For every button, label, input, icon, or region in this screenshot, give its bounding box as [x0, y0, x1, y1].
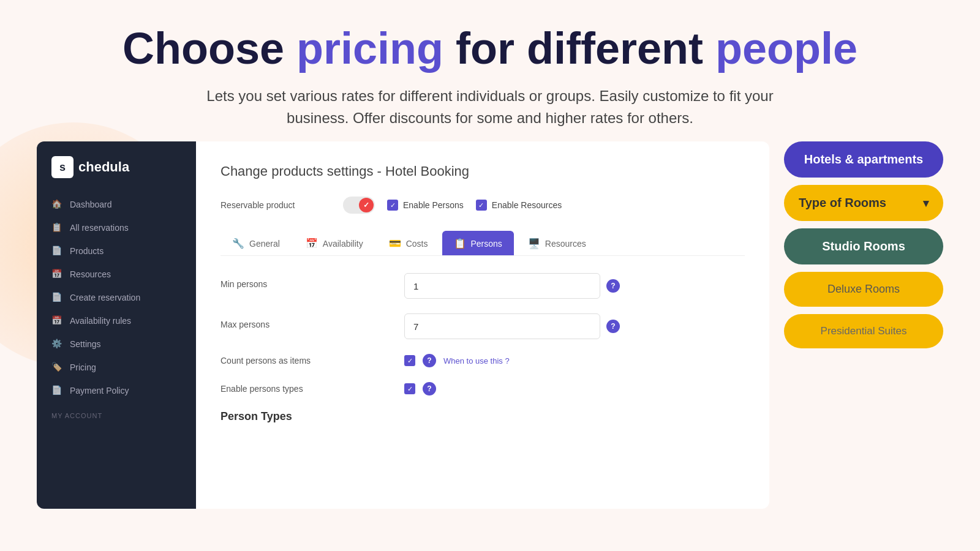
- sidebar-item-label: Dashboard: [70, 200, 112, 209]
- sidebar: s chedula 🏠 Dashboard 📋 All reservations…: [37, 141, 196, 509]
- hero-title-accent: pricing: [296, 24, 443, 73]
- min-persons-label: Min persons: [221, 273, 392, 289]
- sidebar-item-label: Availability rules: [70, 316, 131, 326]
- sidebar-item-label: Payment Policy: [70, 386, 129, 395]
- sidebar-item-create-reservation[interactable]: 📄 Create reservation: [37, 286, 196, 309]
- max-persons-label: Max persons: [221, 313, 392, 329]
- hero-title-accent2: people: [715, 24, 858, 73]
- enable-persons-types-row: Enable persons types ✓ ?: [221, 382, 745, 395]
- reservable-label: Reservable product: [221, 200, 331, 211]
- count-persons-row: Count persons as items ✓ ? When to use t…: [221, 354, 745, 367]
- sidebar-item-label: All reservations: [70, 223, 129, 233]
- min-persons-help-icon[interactable]: ?: [606, 279, 620, 293]
- enable-persons-types-label: Enable persons types: [221, 384, 392, 394]
- logo-text: chedula: [78, 159, 129, 175]
- tab-label: Availability: [323, 239, 363, 249]
- main-layout: s chedula 🏠 Dashboard 📋 All reservations…: [0, 141, 980, 533]
- presidential-suites-button[interactable]: Presidential Suites: [784, 314, 943, 348]
- reservable-product-row: Reservable product ✓ Enable Persons ✓ En…: [221, 197, 745, 214]
- tab-costs[interactable]: 💳 Costs: [377, 231, 440, 255]
- enable-persons-types-checkbox[interactable]: ✓: [404, 383, 415, 394]
- count-persons-label: Count persons as items: [221, 356, 392, 365]
- toggle-thumb: [359, 198, 374, 212]
- list-icon: 📋: [51, 222, 62, 233]
- person-types-title: Person Types: [221, 410, 745, 423]
- hero-section: Choose pricing for different people Lets…: [0, 0, 980, 141]
- tab-label: General: [249, 239, 280, 249]
- enable-persons-label: Enable Persons: [403, 200, 464, 210]
- min-persons-row: Min persons ?: [221, 273, 745, 299]
- tab-resources[interactable]: 🖥️ Resources: [516, 231, 598, 255]
- monitor-icon: 🖥️: [528, 238, 540, 249]
- reservable-toggle[interactable]: [343, 197, 375, 214]
- tab-label: Costs: [406, 239, 428, 249]
- tab-label: Persons: [471, 239, 502, 249]
- sidebar-item-availability-rules[interactable]: 📅 Availability rules: [37, 309, 196, 332]
- sidebar-item-pricing[interactable]: 🏷️ Pricing: [37, 356, 196, 379]
- content-area: Change products settings - Hotel Booking…: [196, 141, 769, 509]
- sidebar-nav: 🏠 Dashboard 📋 All reservations 📄 Product…: [37, 193, 196, 402]
- enable-persons-types-wrap: ✓ ?: [404, 382, 436, 395]
- hero-title: Choose pricing for different people: [37, 24, 943, 73]
- enable-persons-item[interactable]: ✓ Enable Persons: [387, 200, 464, 211]
- tabs: 🔧 General 📅 Availability 💳 Costs 📋 Perso…: [221, 231, 745, 256]
- hero-title-part1: Choose: [123, 24, 296, 73]
- creditcard-icon: 💳: [389, 238, 401, 249]
- tag-icon: 🏷️: [51, 362, 62, 373]
- right-panel: Hotels & apartments Type of Rooms ▾ Stud…: [784, 141, 943, 509]
- page-title: Change products settings - Hotel Booking: [221, 163, 745, 179]
- hero-subtitle: Lets you set various rates for different…: [184, 85, 796, 129]
- calendar-icon: 📅: [306, 238, 318, 249]
- count-persons-checkbox[interactable]: ✓: [404, 355, 415, 366]
- sidebar-item-dashboard[interactable]: 🏠 Dashboard: [37, 193, 196, 216]
- min-persons-input[interactable]: [404, 273, 600, 299]
- max-persons-help-icon[interactable]: ?: [606, 320, 620, 333]
- enable-persons-types-help-icon[interactable]: ?: [423, 382, 436, 395]
- checkbox-group: ✓ Enable Persons ✓ Enable Resources: [387, 200, 562, 211]
- home-icon: 🏠: [51, 199, 62, 210]
- document-icon: 📄: [51, 292, 62, 303]
- sidebar-logo: s chedula: [37, 156, 196, 193]
- studio-rooms-button[interactable]: Studio Rooms: [784, 228, 943, 264]
- sidebar-item-label: Settings: [70, 339, 101, 349]
- sidebar-item-resources[interactable]: 📅 Resources: [37, 263, 196, 286]
- max-persons-row: Max persons ?: [221, 313, 745, 339]
- enable-persons-checkbox[interactable]: ✓: [387, 200, 398, 211]
- sidebar-item-settings[interactable]: ⚙️ Settings: [37, 332, 196, 356]
- tab-persons[interactable]: 📋 Persons: [442, 231, 514, 255]
- sidebar-item-label: Create reservation: [70, 293, 140, 302]
- type-of-rooms-label: Type of Rooms: [799, 196, 886, 210]
- sidebar-item-all-reservations[interactable]: 📋 All reservations: [37, 216, 196, 239]
- min-persons-wrap: ?: [404, 273, 620, 299]
- enable-resources-checkbox[interactable]: ✓: [476, 200, 487, 211]
- sidebar-item-payment-policy[interactable]: 📄 Payment Policy: [37, 379, 196, 402]
- document-icon: 📄: [51, 385, 62, 396]
- count-persons-wrap: ✓ ? When to use this ?: [404, 354, 510, 367]
- logo-icon: s: [51, 156, 74, 178]
- max-persons-input[interactable]: [404, 313, 600, 339]
- when-to-use-link[interactable]: When to use this ?: [443, 356, 510, 365]
- wrench-icon: 🔧: [232, 238, 244, 249]
- calendar-icon: 📅: [51, 269, 62, 280]
- sidebar-item-label: Pricing: [70, 362, 96, 372]
- enable-resources-label: Enable Resources: [492, 200, 562, 210]
- hotels-apartments-button[interactable]: Hotels & apartments: [784, 141, 943, 178]
- enable-resources-item[interactable]: ✓ Enable Resources: [476, 200, 562, 211]
- chevron-down-icon: ▾: [923, 197, 929, 210]
- persons-icon: 📋: [454, 238, 466, 249]
- max-persons-wrap: ?: [404, 313, 620, 339]
- tab-availability[interactable]: 📅 Availability: [294, 231, 375, 255]
- sidebar-item-products[interactable]: 📄 Products: [37, 239, 196, 263]
- document-icon: 📄: [51, 246, 62, 257]
- sidebar-item-label: Products: [70, 246, 104, 256]
- deluxe-rooms-button[interactable]: Deluxe Rooms: [784, 272, 943, 307]
- gear-icon: ⚙️: [51, 339, 62, 350]
- my-account-label: MY ACCOUNT: [37, 402, 196, 422]
- count-persons-help-icon[interactable]: ?: [423, 354, 436, 367]
- tab-label: Resources: [545, 239, 586, 249]
- sidebar-item-label: Resources: [70, 269, 111, 279]
- hero-title-part2: for different: [443, 24, 715, 73]
- calendar-icon: 📅: [51, 315, 62, 326]
- type-of-rooms-button[interactable]: Type of Rooms ▾: [784, 185, 943, 221]
- tab-general[interactable]: 🔧 General: [221, 231, 292, 255]
